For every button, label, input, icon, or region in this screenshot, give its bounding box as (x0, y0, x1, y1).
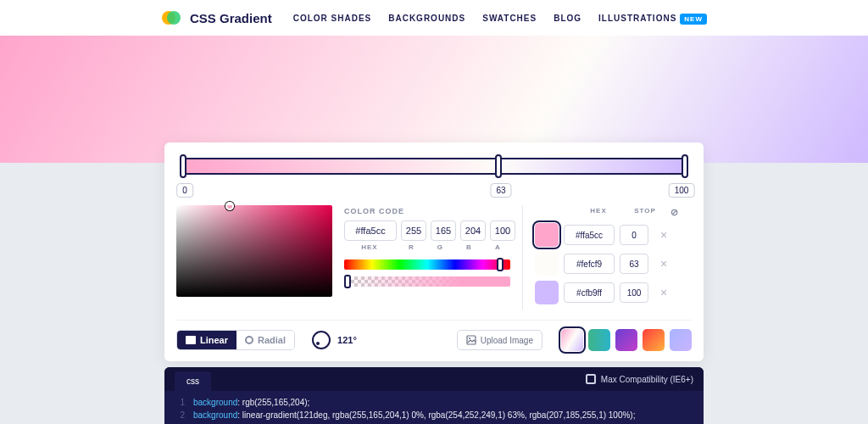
stop-pos-input-1[interactable] (620, 254, 648, 274)
g-input[interactable] (431, 220, 456, 241)
stop-hex-input-2[interactable] (564, 282, 615, 303)
preset-1[interactable] (588, 329, 610, 351)
nav-illustrations[interactable]: ILLUSTRATIONSNEW (598, 14, 707, 23)
stop-row: × (535, 252, 692, 276)
code-prop: background (193, 398, 237, 407)
stop-row: × (535, 281, 692, 304)
r-label: R (399, 243, 424, 251)
stop-pos-1[interactable]: 63 (490, 183, 511, 198)
stops-stop-header: STOP (628, 207, 662, 218)
gradient-bar[interactable] (176, 154, 692, 178)
stop-pos-0[interactable]: 0 (176, 183, 193, 198)
radial-button[interactable]: Radial (236, 331, 294, 349)
stop-delete-0[interactable]: × (654, 228, 674, 242)
hue-slider[interactable] (344, 259, 510, 270)
stop-delete-2[interactable]: × (654, 286, 674, 299)
color-code-section: COLOR CODE HEX R G B A (344, 205, 510, 310)
linear-button[interactable]: Linear (177, 331, 236, 349)
stops-table: HEX STOP ⊘ × × × (535, 205, 692, 310)
preset-4[interactable] (670, 329, 692, 351)
max-compat-toggle[interactable]: Max Compatibility (IE6+) (586, 374, 693, 384)
gradient-preview (183, 158, 685, 175)
linear-icon (186, 336, 196, 344)
g-label: G (428, 243, 453, 251)
compat-label: Max Compatibility (IE6+) (601, 375, 693, 384)
image-icon (466, 335, 476, 345)
color-code-title: COLOR CODE (344, 207, 510, 215)
code-val: : rgb(255,165,204); (237, 398, 309, 407)
stop-positions: 0 63 100 (176, 183, 692, 198)
upload-label: Upload Image (481, 336, 533, 345)
a-label: A (486, 243, 510, 251)
angle-value: 121° (337, 335, 357, 345)
stops-hex-header: HEX (569, 207, 628, 218)
nav: COLOR SHADES BACKGROUNDS SWATCHES BLOG I… (293, 14, 707, 23)
b-label: B (457, 243, 481, 251)
preset-2[interactable] (615, 329, 637, 351)
radial-icon (245, 336, 253, 344)
hue-handle[interactable] (497, 258, 504, 271)
nav-blog[interactable]: BLOG (554, 14, 581, 23)
bottom-toolbar: Linear Radial 121° Upload Image (176, 320, 692, 351)
stop-swatch-2[interactable] (535, 281, 559, 304)
stop-delete-1[interactable]: × (654, 257, 674, 271)
stop-pos-input-2[interactable] (620, 282, 648, 303)
logo-icon (161, 8, 181, 28)
gradient-handle-2[interactable] (682, 154, 688, 178)
line-number: 1 (173, 396, 185, 409)
alpha-slider[interactable] (344, 276, 510, 287)
radial-label: Radial (258, 335, 286, 345)
header: CSS Gradient COLOR SHADES BACKGROUNDS SW… (0, 0, 868, 36)
nav-backgrounds[interactable]: BACKGROUNDS (388, 14, 465, 23)
stop-hex-input-1[interactable] (564, 254, 615, 274)
new-badge: NEW (680, 14, 707, 25)
code-output-panel: css Max Compatibility (IE6+) 1background… (164, 367, 704, 424)
preset-3[interactable] (643, 329, 665, 351)
stop-swatch-1[interactable] (535, 252, 559, 276)
hex-input[interactable] (344, 220, 397, 241)
angle-control: 121° (312, 331, 357, 349)
code-val: : linear-gradient(121deg, rgba(255,165,2… (237, 410, 635, 420)
logo[interactable]: CSS Gradient (161, 8, 272, 28)
angle-dial[interactable] (312, 331, 331, 349)
code-prop: background (193, 410, 237, 420)
checkbox-icon (586, 374, 596, 384)
b-input[interactable] (460, 220, 486, 241)
nav-swatches[interactable]: SWATCHES (482, 14, 537, 23)
svg-point-1 (167, 11, 181, 25)
preset-swatches (561, 329, 692, 351)
stops-del-header: ⊘ (662, 207, 687, 218)
nav-illustrations-label: ILLUSTRATIONS (598, 14, 676, 23)
line-number: 2 (173, 409, 185, 421)
angle-dot (316, 342, 320, 345)
saturation-box[interactable] (176, 205, 332, 297)
stop-pos-2[interactable]: 100 (669, 183, 695, 198)
gradient-handle-0[interactable] (180, 154, 186, 178)
upload-image-button[interactable]: Upload Image (457, 330, 542, 350)
divider (522, 205, 523, 310)
stop-pos-input-0[interactable] (620, 225, 648, 245)
css-tab[interactable]: css (175, 371, 211, 391)
a-input[interactable] (490, 220, 515, 241)
preset-0[interactable] (561, 329, 583, 351)
r-input[interactable] (401, 220, 426, 241)
brand-text: CSS Gradient (190, 11, 272, 25)
linear-label: Linear (200, 335, 228, 345)
gradient-handle-1[interactable] (495, 154, 502, 178)
saturation-picker (176, 205, 332, 310)
svg-point-3 (469, 338, 470, 339)
alpha-handle[interactable] (344, 275, 351, 288)
stop-swatch-0[interactable] (535, 223, 559, 247)
code-tabs: css Max Compatibility (IE6+) (164, 367, 704, 391)
nav-color-shades[interactable]: COLOR SHADES (293, 14, 372, 23)
gradient-type-toggle: Linear Radial (176, 330, 295, 350)
hex-label: HEX (344, 243, 395, 251)
stop-row: × (535, 223, 692, 247)
code-body[interactable]: 1background: rgb(255,165,204); 2backgrou… (164, 391, 704, 424)
editor-panel: 0 63 100 COLOR CODE HEX R G B A (164, 142, 704, 361)
stop-hex-input-0[interactable] (564, 225, 615, 245)
saturation-cursor[interactable] (225, 202, 234, 210)
